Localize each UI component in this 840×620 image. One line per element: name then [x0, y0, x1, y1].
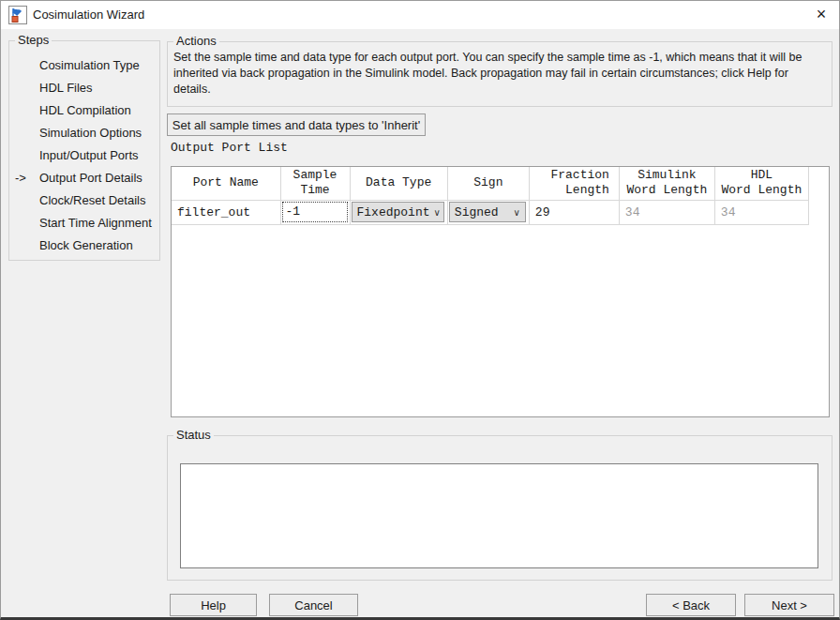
col-header-data-type: Data Type: [350, 167, 447, 200]
col-header-hdl-word-length: HDL Word Length: [714, 167, 808, 200]
step-item-clock-reset-details: Clock/Reset Details: [9, 189, 159, 212]
steps-list: Cosimulation Type HDL Files HDL Compilat…: [9, 54, 159, 257]
data-type-dropdown[interactable]: Fixedpoint ∨: [352, 202, 444, 222]
data-type-selected-value: Fixedpoint: [357, 205, 430, 219]
chevron-down-icon: ∨: [510, 207, 520, 218]
step-item-input-output-ports: Input/Output Ports: [9, 144, 159, 167]
step-item-cosimulation-type: Cosimulation Type: [9, 54, 159, 77]
table-row: filter_out -1 Fixedpoint ∨ Signed ∨: [172, 200, 808, 224]
output-port-table: Port Name Sample Time Data Type Sign Fra…: [171, 166, 830, 417]
actions-description: Set the sample time and data type for ea…: [173, 50, 828, 98]
help-button[interactable]: Help: [170, 594, 257, 616]
sample-time-input[interactable]: -1: [282, 202, 348, 222]
next-button[interactable]: Next >: [744, 594, 834, 616]
back-button[interactable]: < Back: [646, 594, 736, 616]
status-panel: Status: [167, 435, 832, 581]
col-header-sign: Sign: [447, 167, 529, 200]
steps-group-label: Steps: [15, 33, 52, 48]
col-header-fraction-length: Fraction Length: [529, 167, 619, 200]
table-header-row: Port Name Sample Time Data Type Sign Fra…: [172, 167, 808, 200]
status-group-label: Status: [173, 428, 214, 443]
status-textarea[interactable]: [180, 463, 818, 568]
actions-panel: Actions Set the sample time and data typ…: [167, 41, 832, 107]
chevron-down-icon: ∨: [430, 207, 441, 218]
col-header-simulink-word-length: Simulink Word Length: [619, 167, 714, 200]
col-header-port-name: Port Name: [172, 167, 280, 200]
step-item-start-time-alignment: Start Time Alignment: [9, 212, 159, 234]
sign-dropdown[interactable]: Signed ∨: [449, 202, 526, 222]
step-item-hdl-compilation: HDL Compilation: [9, 99, 159, 122]
fraction-length-value: 29: [530, 205, 619, 219]
app-icon: [8, 6, 27, 24]
titlebar[interactable]: Cosimulation Wizard ×: [1, 1, 839, 29]
cosimulation-wizard-window: Cosimulation Wizard × Steps Cosimulation…: [0, 0, 840, 620]
output-port-list-label: Output Port List: [171, 141, 288, 155]
step-item-block-generation: Block Generation: [9, 234, 159, 257]
step-item-simulation-options: Simulation Options: [9, 122, 159, 144]
actions-group-label: Actions: [173, 34, 219, 49]
hdl-word-length-value: 34: [715, 205, 808, 219]
steps-panel: Steps Cosimulation Type HDL Files HDL Co…: [8, 40, 160, 261]
step-item-output-port-details: ->Output Port Details: [9, 167, 159, 189]
window-title: Cosimulation Wizard: [33, 1, 144, 29]
simulink-word-length-value: 34: [620, 205, 714, 219]
sign-selected-value: Signed: [455, 205, 499, 219]
col-header-sample-time: Sample Time: [280, 167, 350, 200]
active-step-marker: ->: [15, 167, 39, 189]
cancel-button[interactable]: Cancel: [269, 594, 358, 616]
step-item-hdl-files: HDL Files: [9, 77, 159, 99]
close-icon[interactable]: ×: [803, 1, 839, 29]
set-all-inherit-button[interactable]: Set all sample times and data types to '…: [167, 113, 426, 136]
port-name-value: filter_out: [172, 205, 280, 219]
